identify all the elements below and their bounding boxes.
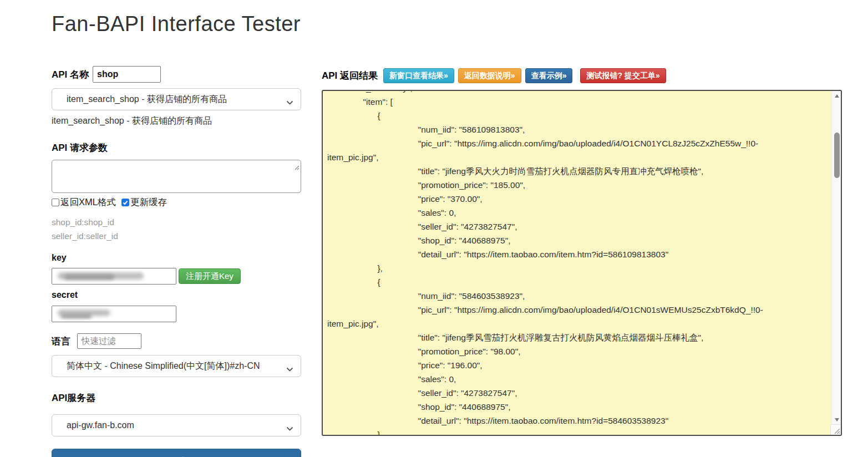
page-title: Fan-BAPI Interface Tester bbox=[52, 12, 868, 36]
scroll-down-icon[interactable] bbox=[832, 415, 841, 424]
page: Fan-BAPI Interface Tester API 名称 item_se… bbox=[0, 12, 868, 457]
server-select[interactable]: api-gw.fan-b.com bbox=[52, 414, 301, 436]
results-heading: API 返回结果 bbox=[322, 69, 378, 82]
secret-label: secret bbox=[52, 290, 301, 300]
view-example-button[interactable]: 查看示例» bbox=[525, 68, 573, 83]
xml-format-checkbox-label: 返回XML格式 bbox=[60, 196, 116, 209]
json-output: "_ddf": "xny", "item": [ { "num_iid": "5… bbox=[327, 90, 826, 436]
key-redacted-value-overlay bbox=[64, 275, 114, 280]
api-name-input[interactable] bbox=[93, 66, 161, 83]
param-hint-seller-id: seller_id:seller_id bbox=[52, 229, 301, 243]
key-label: key bbox=[52, 253, 301, 263]
api-name-label: API 名称 bbox=[52, 68, 89, 81]
server-label: API服务器 bbox=[52, 392, 301, 404]
chevron-down-icon bbox=[286, 424, 293, 434]
scroll-thumb[interactable] bbox=[834, 133, 840, 178]
checkbox-unchecked-icon bbox=[52, 199, 59, 206]
language-label: 语言 bbox=[52, 335, 70, 348]
language-filter-input[interactable] bbox=[77, 333, 141, 349]
language-select[interactable]: 简体中文 - Chinese Simplified(中文[简体])#zh-CN bbox=[52, 355, 301, 377]
request-form: API 名称 item_search_shop - 获得店铺的所有商品 item… bbox=[52, 66, 301, 457]
register-key-button[interactable]: 注册开通Key bbox=[179, 268, 241, 284]
results-panel: API 返回结果 新窗口查看结果» 返回数据说明» 查看示例» 测试报错? 提交… bbox=[322, 68, 842, 457]
chevron-down-icon bbox=[286, 98, 293, 108]
result-output-box[interactable]: "_ddf": "xny", "item": [ { "num_iid": "5… bbox=[322, 90, 842, 436]
params-label: API 请求参数 bbox=[52, 141, 301, 154]
resize-grip-icon[interactable] bbox=[270, 160, 300, 191]
data-docs-button[interactable]: 返回数据说明» bbox=[458, 68, 521, 83]
server-select-value: api-gw.fan-b.com bbox=[67, 420, 134, 430]
key-input[interactable] bbox=[52, 268, 176, 285]
scroll-up-icon[interactable] bbox=[832, 91, 841, 100]
params-textarea[interactable]: shop_id=440688975&seller_id=4273827547&p… bbox=[52, 160, 301, 193]
api-select[interactable]: item_search_shop - 获得店铺的所有商品 bbox=[52, 88, 301, 110]
secret-input[interactable] bbox=[52, 306, 176, 322]
report-error-button[interactable]: 测试报错? 提交工单» bbox=[580, 68, 666, 83]
open-new-window-button[interactable]: 新窗口查看结果» bbox=[383, 68, 454, 83]
param-hint-shop-id: shop_id:shop_id bbox=[52, 215, 301, 229]
secret-redacted-value-overlay bbox=[61, 314, 92, 318]
refresh-cache-checkbox[interactable]: 更新缓存 bbox=[121, 196, 167, 209]
chevron-down-icon bbox=[286, 364, 293, 374]
resize-grip-icon[interactable] bbox=[830, 424, 841, 435]
language-select-value: 简体中文 - Chinese Simplified(中文[简体])#zh-CN bbox=[67, 360, 260, 372]
xml-format-checkbox[interactable]: 返回XML格式 bbox=[52, 196, 116, 209]
test-button[interactable]: 测试 bbox=[52, 449, 301, 457]
api-select-value: item_search_shop - 获得店铺的所有商品 bbox=[67, 94, 227, 105]
refresh-cache-checkbox-label: 更新缓存 bbox=[130, 196, 167, 209]
checkbox-checked-icon bbox=[121, 199, 129, 206]
result-scrollbar[interactable] bbox=[831, 91, 841, 424]
api-select-hint: item_search_shop - 获得店铺的所有商品 bbox=[52, 115, 301, 127]
